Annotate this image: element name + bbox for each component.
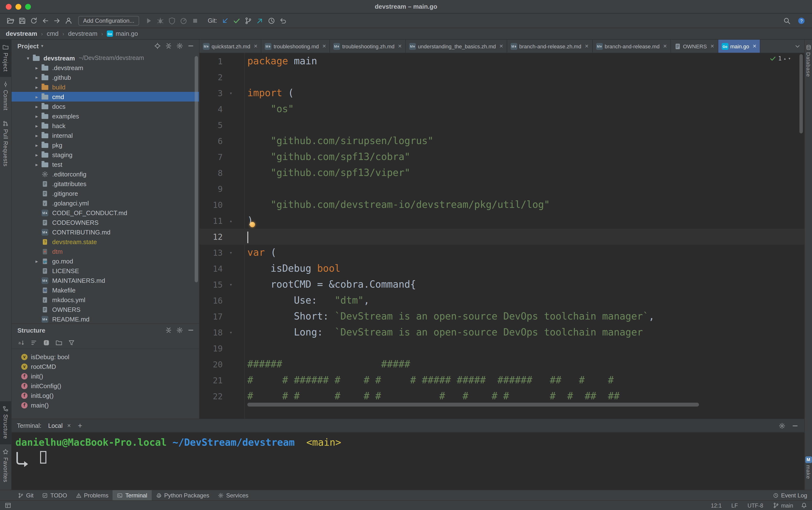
tool-windows-grid-icon[interactable] bbox=[5, 502, 11, 509]
toolwindow-button-services[interactable]: Services bbox=[214, 490, 253, 500]
structure-item-init[interactable]: finit() bbox=[11, 371, 199, 381]
minimize-button[interactable] bbox=[16, 4, 21, 9]
open-icon[interactable] bbox=[5, 15, 17, 26]
tree-item-devstream-state[interactable]: ?devstream.state bbox=[11, 237, 199, 247]
editor-tab-owners[interactable]: OWNERS✕ bbox=[671, 40, 718, 53]
breadcrumb-item-cmd[interactable]: cmd bbox=[47, 30, 58, 37]
settings-icon[interactable] bbox=[777, 421, 786, 430]
status-file-encoding[interactable]: UTF-8 bbox=[748, 503, 763, 508]
close-icon[interactable]: ✕ bbox=[753, 44, 757, 49]
breadcrumb-item-main-go[interactable]: Gomain.go bbox=[107, 30, 138, 37]
terminal-output[interactable]: danielhu@MacBook-Pro.local ~/DevStream/d… bbox=[11, 433, 804, 490]
tree-item-maintainers-md[interactable]: MMAINTAINERS.md bbox=[11, 276, 199, 285]
stripe-commit[interactable]: Commit bbox=[0, 77, 11, 116]
tree-item-makefile[interactable]: MMakefile bbox=[11, 285, 199, 295]
tree-item-github[interactable]: ▸.github bbox=[11, 73, 199, 82]
breadcrumb-item-devstream[interactable]: devstream bbox=[68, 30, 97, 37]
update-icon[interactable] bbox=[219, 15, 231, 26]
save-icon[interactable] bbox=[17, 15, 28, 26]
tree-item-staging[interactable]: ▸staging bbox=[11, 150, 199, 160]
collapse-icon[interactable] bbox=[164, 41, 173, 51]
tree-item-examples[interactable]: ▸examples bbox=[11, 111, 199, 121]
terminal-tab-local[interactable]: Local ✕ bbox=[46, 422, 73, 429]
commit-icon[interactable] bbox=[231, 15, 242, 26]
tree-item-golangci-yml[interactable]: y.golangci.yml bbox=[11, 198, 199, 208]
toolwindow-button-terminal[interactable]: Terminal bbox=[113, 490, 152, 500]
tree-item-pkg[interactable]: ▸pkg bbox=[11, 140, 199, 150]
fold-marker-icon[interactable]: ▴ bbox=[223, 218, 239, 223]
fields-icon[interactable]: f bbox=[41, 338, 51, 347]
zoom-button[interactable] bbox=[25, 4, 31, 9]
tabs-dropdown-chevron-icon[interactable] bbox=[791, 40, 804, 53]
toolwindow-button-python-packages[interactable]: Python Packages bbox=[152, 490, 214, 500]
tree-item-editorconfig[interactable]: .editorconfig bbox=[11, 169, 199, 179]
tree-item-cmd[interactable]: ▸cmd bbox=[11, 92, 199, 102]
stripe-database[interactable]: Database bbox=[805, 45, 812, 77]
project-scrollbar[interactable] bbox=[195, 56, 198, 282]
editor-tab-main-go[interactable]: Gomain.go✕ bbox=[718, 40, 760, 53]
tree-item-devstream[interactable]: ▸.devstream bbox=[11, 63, 199, 73]
tree-item-readme-md[interactable]: MREADME.md bbox=[11, 314, 199, 323]
hide-icon[interactable] bbox=[790, 421, 800, 430]
close-icon[interactable]: ✕ bbox=[710, 44, 715, 49]
structure-item-rootcmd[interactable]: vrootCMD bbox=[11, 362, 199, 371]
project-panel-title[interactable]: Project bbox=[18, 42, 39, 50]
collapse-icon[interactable] bbox=[164, 325, 173, 335]
horizontal-scrollbar[interactable] bbox=[247, 403, 699, 406]
prev-inspection-chevron-icon[interactable]: ▴ bbox=[783, 56, 786, 61]
forward-icon[interactable] bbox=[51, 15, 63, 26]
debug-icon[interactable] bbox=[155, 15, 166, 26]
new-terminal-button[interactable]: + bbox=[78, 421, 82, 430]
tree-item-gitattributes[interactable]: .gitattributes bbox=[11, 179, 199, 189]
editor-tab-troubleshooting-zh-md[interactable]: Mtroubleshooting.zh.md✕ bbox=[330, 40, 406, 53]
sync-icon[interactable] bbox=[28, 15, 40, 26]
history-icon[interactable] bbox=[265, 15, 277, 26]
tree-item-codeowners[interactable]: CODEOWNERS bbox=[11, 218, 199, 227]
settings-icon[interactable] bbox=[175, 325, 184, 335]
stop-icon[interactable] bbox=[189, 15, 201, 26]
add-configuration-button[interactable]: Add Configuration... bbox=[78, 16, 139, 25]
tree-item-go-mod[interactable]: ▸gogo.mod bbox=[11, 256, 199, 266]
tree-item-gitignore[interactable]: .gitignore bbox=[11, 189, 199, 198]
back-icon[interactable] bbox=[40, 15, 51, 26]
fold-marker-icon[interactable]: ▾ bbox=[223, 330, 239, 335]
profiler-icon[interactable] bbox=[178, 15, 189, 26]
tree-item-docs[interactable]: ▸docs bbox=[11, 102, 199, 111]
tree-item-test[interactable]: ▸test bbox=[11, 160, 199, 169]
next-inspection-chevron-icon[interactable]: ▾ bbox=[788, 56, 791, 61]
locate-icon[interactable] bbox=[153, 41, 162, 51]
tree-item-dtm[interactable]: dtm bbox=[11, 247, 199, 256]
folder-small-icon[interactable] bbox=[54, 338, 63, 347]
tree-item-internal[interactable]: ▸internal bbox=[11, 131, 199, 140]
play-icon[interactable] bbox=[143, 15, 155, 26]
sort-type-icon[interactable] bbox=[29, 338, 38, 347]
tree-item-mkdocs-yml[interactable]: ymkdocs.yml bbox=[11, 295, 199, 305]
inspections-widget[interactable]: 1 ▴ ▾ bbox=[770, 55, 791, 62]
close-button[interactable] bbox=[6, 4, 11, 9]
close-icon[interactable]: ✕ bbox=[67, 423, 71, 428]
help-icon[interactable]: ? bbox=[795, 15, 807, 26]
hide-icon[interactable] bbox=[186, 325, 195, 335]
stripe-make[interactable]: M make bbox=[805, 456, 812, 479]
project-tree[interactable]: ▾devstream~/DevStream/devstream▸.devstre… bbox=[11, 52, 199, 323]
code-editor[interactable]: 1package main23▾import (4 "os"56 "github… bbox=[200, 53, 804, 419]
tree-item-owners[interactable]: OWNERS bbox=[11, 305, 199, 314]
fold-marker-icon[interactable]: ▾ bbox=[223, 250, 239, 255]
structure-item-isdebug-bool[interactable]: visDebug: bool bbox=[11, 352, 199, 362]
close-icon[interactable]: ✕ bbox=[499, 44, 503, 49]
coverage-icon[interactable] bbox=[166, 15, 178, 26]
rollback-icon[interactable] bbox=[277, 15, 289, 26]
fold-marker-icon[interactable]: ▾ bbox=[223, 90, 239, 96]
close-icon[interactable]: ✕ bbox=[585, 44, 589, 49]
close-icon[interactable]: ✕ bbox=[253, 44, 258, 49]
structure-item-initlog[interactable]: finitLog() bbox=[11, 391, 199, 400]
stripe-pull-requests[interactable]: Pull Requests bbox=[0, 116, 11, 172]
toolwindow-button-git[interactable]: Git bbox=[13, 490, 38, 500]
toolwindow-button-problems[interactable]: Problems bbox=[71, 490, 113, 500]
tree-item-contributing-md[interactable]: MCONTRIBUTING.md bbox=[11, 227, 199, 237]
vertical-scrollbar[interactable] bbox=[800, 54, 803, 134]
notifications-bell-icon[interactable] bbox=[801, 502, 807, 509]
toolwindow-button-todo[interactable]: TODO bbox=[38, 490, 71, 500]
tree-item-devstream[interactable]: ▾devstream~/DevStream/devstream bbox=[11, 53, 199, 63]
structure-item-initconfig[interactable]: finitConfig() bbox=[11, 381, 199, 391]
